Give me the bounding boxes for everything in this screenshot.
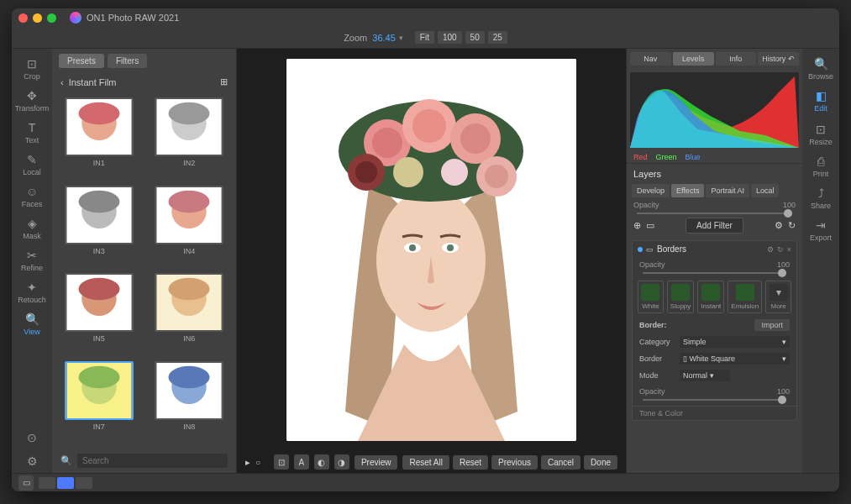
zoom-25[interactable]: 25 (488, 31, 507, 44)
preset-in2[interactable]: IN2 (150, 97, 230, 179)
add-filter-button[interactable]: Add Filter (686, 218, 743, 234)
tool-local[interactable]: ✎Local (14, 150, 50, 180)
zoom-dropdown-icon[interactable]: ▾ (399, 34, 403, 42)
tool-faces[interactable]: ☺Faces (14, 181, 50, 212)
preset-category-header[interactable]: ‹ Instant Film ⊞ (52, 73, 236, 91)
preview-button[interactable]: Preview (355, 455, 398, 470)
zoom-fit[interactable]: Fit (415, 31, 434, 44)
ltab-effects[interactable]: Effects (671, 184, 704, 197)
canvas-bottom-bar: ▸ ○ ⊡ A ◐ ◑ Preview Reset All Reset Prev… (237, 451, 626, 473)
border-select[interactable]: ▯ White Square ▾ (680, 353, 790, 365)
layer-opacity-slider[interactable] (637, 213, 792, 214)
preset-in4[interactable]: IN4 (150, 186, 230, 267)
svg-point-20 (78, 365, 119, 387)
histogram (630, 72, 799, 148)
tool-crop[interactable]: ⊡Crop (14, 54, 50, 84)
rtool-share[interactable]: ⤴Share (803, 183, 838, 213)
border-sloppy[interactable]: Sloppy (667, 281, 694, 313)
rtool-print[interactable]: ⎙Print (803, 151, 838, 181)
tab-filters[interactable]: Filters (108, 54, 147, 68)
effect-close-icon[interactable]: × (787, 245, 791, 254)
split-a-icon[interactable]: A (294, 454, 309, 470)
rtool-edit[interactable]: ◧Edit (803, 86, 838, 116)
rtool-export[interactable]: ⇥Export (803, 215, 838, 245)
search-input[interactable] (77, 454, 228, 468)
rtool-browse[interactable]: 🔍Browse (803, 54, 838, 84)
tool-transform[interactable]: ✥Transform (14, 86, 50, 116)
nav-toggle-icon[interactable]: ▸ (245, 457, 250, 468)
border-emulsion[interactable]: Emulsion (728, 281, 762, 313)
compare-icon[interactable]: ⊡ (274, 454, 289, 470)
reset-all-button[interactable]: Reset All (402, 455, 449, 470)
rtool-resize[interactable]: ⊡Resize (803, 119, 838, 150)
category-select[interactable]: Simple ▾ (680, 336, 790, 348)
single-view-icon[interactable]: ▭ (18, 475, 34, 491)
mask-view-icon[interactable]: ◐ (314, 454, 329, 470)
ltab-local[interactable]: Local (751, 184, 780, 197)
preset-in8[interactable]: IN8 (150, 361, 230, 443)
transform-icon: ✥ (25, 89, 39, 102)
slider-handle-icon[interactable]: ○ (255, 458, 260, 467)
zoom-value[interactable]: 36.45 (372, 33, 396, 43)
view-mode-3[interactable] (76, 477, 92, 489)
svg-point-38 (355, 161, 377, 183)
border-opacity2: Opacity100 (633, 384, 796, 399)
border-opacity2-slider[interactable] (643, 399, 786, 401)
effect-reset-icon[interactable]: ↻ (777, 245, 784, 254)
border-instant[interactable]: Instant (697, 281, 724, 313)
rtab-nav[interactable]: Nav (630, 52, 671, 66)
tone-color-header[interactable]: Tone & Color (633, 406, 796, 420)
borders-header[interactable]: ▭ Borders ⚙ ↻ × (633, 241, 796, 257)
preset-in5[interactable]: IN5 (59, 273, 139, 354)
zoom-100[interactable]: 100 (438, 31, 462, 44)
border-white[interactable]: White (638, 281, 664, 313)
mode-select[interactable]: Normal ▾ (680, 370, 730, 381)
tool-tag[interactable]: ⊙ (14, 428, 50, 449)
canvas[interactable] (237, 49, 626, 451)
window-minimize[interactable] (33, 13, 42, 23)
ltab-develop[interactable]: Develop (632, 184, 670, 197)
preset-in7[interactable]: IN7 (59, 361, 139, 443)
layer-reset-icon[interactable]: ↻ (788, 220, 796, 231)
view-mode-2[interactable] (57, 477, 74, 489)
preset-category: Instant Film (69, 77, 117, 87)
titlebar: ON1 Photo RAW 2021 (12, 8, 839, 27)
rtab-info[interactable]: Info (716, 52, 757, 66)
preset-in6[interactable]: IN6 (150, 273, 230, 354)
view-mode-1[interactable] (39, 477, 55, 489)
border-more[interactable]: ▾More (765, 281, 791, 313)
tool-view[interactable]: 🔍View (14, 309, 50, 339)
ltab-portrait[interactable]: Portrait AI (706, 184, 749, 197)
clipping-icon[interactable]: ◑ (334, 454, 349, 470)
window-close[interactable] (18, 13, 28, 23)
tool-text[interactable]: TText (14, 118, 50, 148)
effect-mask-icon[interactable]: ▭ (646, 245, 654, 254)
tool-refine[interactable]: ✂Refine (14, 245, 50, 276)
preset-in1[interactable]: IN1 (59, 97, 139, 179)
tab-presets[interactable]: Presets (59, 54, 104, 68)
reset-button[interactable]: Reset (453, 455, 488, 470)
layer-mask-icon[interactable]: ▭ (646, 220, 654, 231)
svg-point-14 (78, 278, 119, 300)
border-styles: White Sloppy Instant Emulsion ▾More (633, 277, 796, 317)
tool-settings[interactable]: ⚙ (14, 451, 50, 473)
zoom-50[interactable]: 50 (465, 31, 485, 44)
done-button[interactable]: Done (584, 455, 617, 470)
import-button[interactable]: Import (754, 319, 790, 331)
layer-settings-icon[interactable]: ⚙ (775, 220, 783, 231)
effect-enabled-icon[interactable] (638, 247, 643, 252)
rtab-levels[interactable]: Levels (673, 52, 714, 66)
grid-icon[interactable]: ⊞ (220, 76, 228, 87)
svg-point-40 (485, 165, 508, 188)
rtab-history[interactable]: History ↶ (758, 52, 799, 66)
tool-retouch[interactable]: ✦Retouch (14, 277, 50, 307)
tool-mask[interactable]: ◈Mask (14, 213, 50, 244)
layer-add-icon[interactable]: ⊕ (633, 220, 641, 231)
effect-gear-icon[interactable]: ⚙ (767, 245, 774, 254)
borders-opacity-slider[interactable] (643, 272, 786, 274)
local-icon: ✎ (25, 153, 39, 166)
window-maximize[interactable] (47, 13, 56, 23)
previous-button[interactable]: Previous (491, 455, 538, 470)
preset-in3[interactable]: IN3 (59, 186, 139, 267)
cancel-button[interactable]: Cancel (541, 455, 580, 470)
